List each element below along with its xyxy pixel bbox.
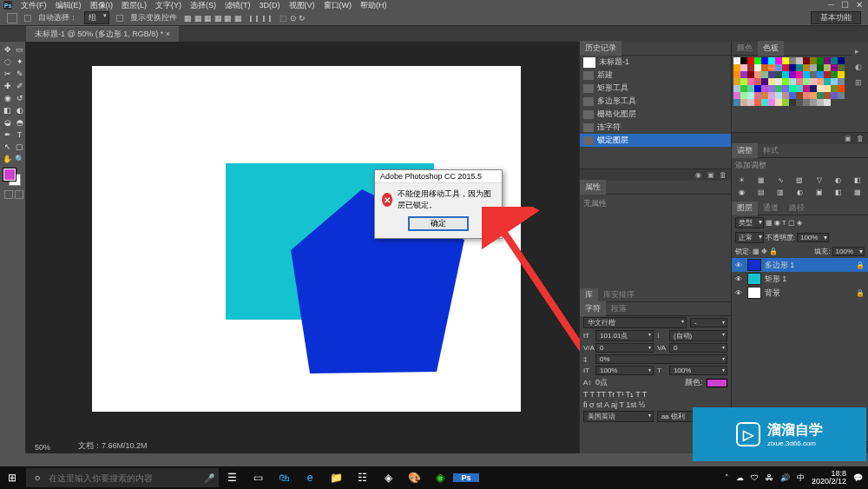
color-swatch[interactable] [824, 85, 831, 92]
color-swatch[interactable] [740, 92, 747, 99]
color-swatch[interactable] [782, 64, 789, 71]
filter-shape[interactable]: ▢ [788, 219, 795, 227]
color-swatch[interactable] [782, 85, 789, 92]
color-swatch[interactable] [747, 99, 754, 106]
color-swatch[interactable] [803, 99, 810, 106]
explorer-button[interactable]: ▭ [245, 472, 271, 484]
color-swatches[interactable] [2, 169, 25, 188]
color-swatch[interactable] [803, 64, 810, 71]
color-swatch[interactable] [810, 57, 817, 64]
color-swatch[interactable] [817, 78, 824, 85]
adj-gradient[interactable]: ▦ [849, 187, 866, 197]
distribute-icon[interactable]: ⫿ ⫿ ⫿ ⫿ [249, 14, 273, 23]
swatch-grid[interactable] [732, 56, 868, 108]
color-swatch[interactable] [796, 71, 803, 78]
doc-size-readout[interactable]: 文档：7.66M/10.2M [78, 440, 148, 452]
layer-thumb[interactable] [747, 287, 761, 299]
path-tool[interactable]: ↖ [2, 141, 13, 152]
layer-kind-dropdown[interactable]: 类型 [735, 217, 764, 228]
adj-brightness[interactable]: ☀ [733, 175, 751, 185]
lock-position[interactable]: ✥ [761, 248, 767, 255]
baseline-input[interactable]: 0点 [595, 377, 608, 388]
color-swatch[interactable] [747, 78, 754, 85]
color-swatch[interactable] [789, 99, 796, 106]
adjustments-tab[interactable]: 调整 [732, 143, 758, 158]
color-swatch[interactable] [838, 71, 845, 78]
zoom-tool[interactable]: 🔍 [14, 153, 25, 164]
new-swatch-icon[interactable]: ▣ [844, 135, 852, 143]
color-swatch[interactable] [775, 78, 782, 85]
color-swatch[interactable] [824, 99, 831, 106]
new-snapshot-icon[interactable]: ▣ [707, 171, 715, 180]
color-swatch[interactable] [768, 71, 775, 78]
close-button[interactable]: ✕ [856, 0, 863, 10]
color-swatch[interactable] [789, 92, 796, 99]
color-swatch[interactable] [768, 85, 775, 92]
wand-tool[interactable]: ✦ [14, 56, 25, 67]
color-swatch[interactable] [768, 57, 775, 64]
color-swatch[interactable] [733, 85, 740, 92]
stamp-tool[interactable]: ◉ [2, 92, 13, 103]
task-view-button[interactable]: ☰ [219, 472, 245, 484]
menu-view[interactable]: 视图(V) [289, 0, 315, 11]
color-swatch[interactable] [789, 64, 796, 71]
opacity-input[interactable]: 100% [797, 233, 829, 242]
character-tab[interactable]: 字符 [580, 301, 606, 316]
lock-pixels[interactable]: ▦ [753, 248, 760, 255]
color-swatch[interactable] [747, 57, 754, 64]
color-swatch[interactable] [817, 57, 824, 64]
screen-mode-toggle[interactable] [15, 190, 23, 199]
color-swatch[interactable] [740, 71, 747, 78]
history-step[interactable]: 多边形工具 [580, 95, 731, 108]
underline-button[interactable]: T [635, 390, 641, 399]
caps-button[interactable]: TT [596, 390, 606, 399]
libraries-tab-2[interactable]: 库安排序 [598, 287, 640, 302]
shape-tool[interactable]: ▢ [14, 141, 25, 152]
lang-dropdown[interactable]: 美国英语 [583, 411, 654, 422]
color-swatch[interactable] [796, 78, 803, 85]
layer-name[interactable]: 矩形 1 [765, 274, 787, 285]
color-tab[interactable]: 颜色 [732, 41, 758, 56]
dodge-tool[interactable]: ◓ [14, 116, 25, 128]
color-swatch[interactable] [740, 99, 747, 106]
color-swatch[interactable] [824, 64, 831, 71]
color-swatch[interactable] [810, 71, 817, 78]
color-swatch[interactable] [782, 92, 789, 99]
font-dropdown[interactable]: 华文行楷 [583, 317, 687, 328]
app-icon[interactable]: ☷ [349, 472, 375, 484]
super-button[interactable]: T¹ [616, 390, 624, 399]
pen-tool[interactable]: ✒ [2, 129, 13, 140]
store-button[interactable]: 🛍 [271, 472, 297, 484]
color-swatch[interactable] [754, 64, 761, 71]
zoom-readout[interactable]: 50% [35, 443, 50, 452]
color-swatch[interactable] [803, 85, 810, 92]
adj-curves[interactable]: ∿ [772, 175, 789, 185]
scale-input[interactable]: 0% [595, 354, 727, 364]
menu-select[interactable]: 选择(S) [190, 0, 216, 11]
menu-image[interactable]: 图像(I) [90, 0, 114, 11]
snapshot-icon[interactable]: ◉ [694, 171, 703, 180]
smallcaps-button[interactable]: Tr [608, 390, 615, 399]
color-swatch[interactable] [817, 71, 824, 78]
transform-checkbox[interactable] [116, 15, 123, 22]
fill-input[interactable]: 100% [832, 247, 865, 256]
lasso-tool[interactable]: ◌ [2, 56, 13, 67]
mic-icon[interactable]: 🎤 [200, 473, 219, 483]
explorer-icon[interactable]: 📁 [323, 472, 349, 484]
document-tab[interactable]: 未标题-1 @ 50% (多边形 1, RGB/8) * × [26, 26, 179, 42]
color-swatch[interactable] [810, 64, 817, 71]
color-swatch[interactable] [796, 57, 803, 64]
channels-tab[interactable]: 通道 [758, 201, 784, 215]
filter-smart[interactable]: ◈ [797, 219, 802, 227]
trash-icon[interactable]: 🗑 [856, 135, 865, 143]
color-swatch[interactable] [733, 71, 740, 78]
edge-button[interactable]: e [297, 472, 323, 484]
tracking-input[interactable]: 0 [669, 343, 727, 353]
color-swatch[interactable] [768, 64, 775, 71]
menu-type[interactable]: 文字(Y) [155, 0, 181, 11]
type-tool[interactable]: T [14, 129, 25, 140]
color-swatch[interactable] [831, 78, 838, 85]
layer-item[interactable]: 👁 矩形 1 [732, 272, 868, 286]
layer-item[interactable]: 👁 背景 🔒 [732, 286, 868, 300]
history-step[interactable]: 新建 [580, 69, 731, 82]
